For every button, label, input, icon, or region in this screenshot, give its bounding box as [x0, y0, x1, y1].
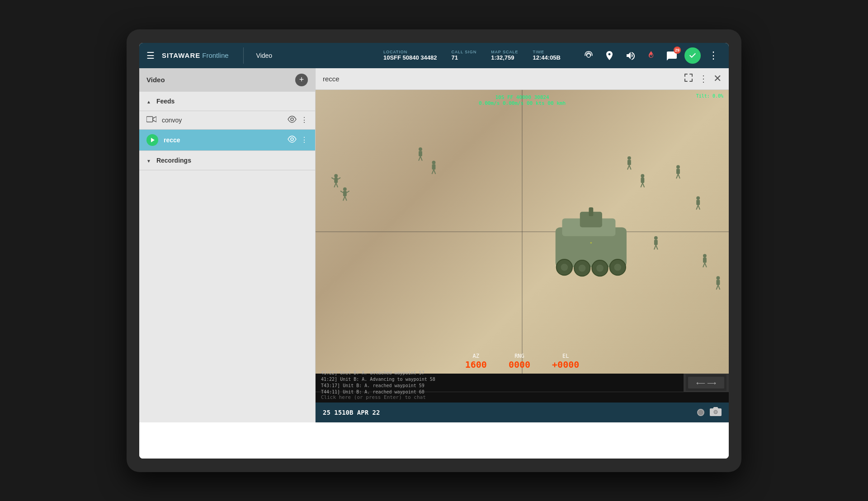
- expand-icon[interactable]: [684, 73, 693, 85]
- callsign-label: CALL SIGN: [452, 50, 477, 54]
- callsign-value: 71: [452, 54, 477, 61]
- soldier-11: [716, 276, 720, 289]
- divider: [243, 47, 244, 64]
- svg-line-14: [340, 191, 343, 192]
- svg-rect-49: [716, 280, 720, 285]
- svg-rect-53: [562, 218, 615, 236]
- record-indicator: [697, 409, 704, 416]
- svg-line-26: [627, 165, 629, 169]
- eye-icon-convoy[interactable]: [287, 116, 297, 125]
- svg-rect-41: [654, 239, 658, 245]
- svg-point-2: [291, 118, 293, 121]
- add-feed-button[interactable]: +: [295, 74, 308, 86]
- svg-rect-45: [703, 258, 707, 263]
- chat-badge: 29: [674, 47, 681, 54]
- convoy-feed-actions: ⋮: [287, 116, 308, 125]
- feed-item-recce[interactable]: recce ⋮: [139, 130, 315, 151]
- menu-icon[interactable]: ☰: [146, 50, 155, 61]
- video-panel: recce ⋮ ✕: [316, 68, 729, 422]
- more-icon-recce[interactable]: ⋮: [301, 136, 308, 144]
- svg-point-40: [654, 236, 658, 239]
- svg-point-44: [703, 254, 707, 258]
- more-icon-btn[interactable]: ⋮: [705, 47, 722, 64]
- more-icon-convoy[interactable]: ⋮: [301, 116, 308, 124]
- svg-point-58: [592, 260, 608, 276]
- soldier-8: [696, 196, 700, 209]
- hud-el-value: +0000: [552, 359, 579, 370]
- mapscale-value: 1:32,759: [491, 54, 518, 61]
- svg-rect-11: [343, 191, 347, 196]
- svg-rect-25: [627, 159, 631, 165]
- hud-az-rng-el: AZ 1600 RNG 0000 EL +0000: [465, 353, 580, 370]
- svg-point-32: [676, 165, 680, 169]
- radio-icon-btn[interactable]: [580, 47, 597, 64]
- snapshot-button[interactable]: [710, 406, 722, 418]
- brand-frontline: Frontline: [202, 52, 228, 59]
- feeds-section[interactable]: Feeds: [139, 92, 315, 111]
- location-label: LOCATION: [383, 50, 437, 54]
- log-line-2: 41:22] Unit B: A. Advancing to waypoint …: [321, 376, 435, 383]
- recce-feed-actions: ⋮: [287, 136, 308, 145]
- svg-point-56: [557, 259, 572, 275]
- svg-line-8: [331, 178, 334, 179]
- soldier-7: [676, 165, 680, 178]
- hud-rng-group: RNG 0000: [509, 353, 530, 370]
- callsign-info: CALL SIGN 71: [452, 50, 477, 61]
- svg-line-22: [432, 169, 434, 174]
- hud-az-group: AZ 1600: [465, 353, 487, 370]
- log-line-3: T43:17] Unit B: A. reached waypoint 59: [321, 383, 435, 389]
- svg-point-61: [579, 264, 586, 272]
- soldier-9: [654, 236, 658, 249]
- hud-top-right: Tilt: 0.0%: [696, 94, 723, 98]
- svg-point-4: [334, 174, 338, 178]
- crosshair-vertical: [522, 90, 523, 374]
- hud-top-center: 10S FF 40000 30824 0.00m/s 0.00m/s 00 kt…: [479, 94, 566, 106]
- svg-point-63: [614, 263, 621, 271]
- topbar-icons: 29 ⋮: [580, 47, 722, 64]
- video-controls: [697, 406, 722, 418]
- soldier-2: [340, 187, 349, 200]
- svg-line-38: [696, 205, 698, 210]
- recordings-section[interactable]: Recordings: [139, 151, 315, 170]
- video-bottom-bar: 25 1510B APR 22: [316, 403, 729, 422]
- log-minimap: ⟵ ⟶: [684, 374, 729, 392]
- soldier-5: [627, 156, 631, 169]
- fire-icon-btn[interactable]: [643, 47, 659, 64]
- soldier-10: [703, 254, 707, 267]
- brand-sitaware: SITAWARE: [162, 52, 200, 59]
- svg-rect-1: [146, 117, 153, 122]
- feed-name-convoy: convoy: [162, 117, 287, 124]
- svg-point-48: [716, 276, 720, 280]
- topbar-info: LOCATION 10SFF 50840 34482 CALL SIGN 71 …: [383, 50, 561, 61]
- feeds-label: Feeds: [156, 98, 175, 105]
- feeds-chevron-icon: [146, 97, 151, 105]
- check-icon-btn[interactable]: [684, 47, 701, 64]
- panel-more-icon[interactable]: ⋮: [699, 73, 708, 84]
- volume-icon-btn[interactable]: [622, 47, 638, 64]
- location-icon-btn[interactable]: [601, 47, 618, 64]
- svg-rect-54: [580, 211, 602, 227]
- chat-icon-btn[interactable]: 29: [664, 47, 680, 64]
- log-text: 41:22] Unit B: A. attached waypoint 57 4…: [321, 370, 435, 395]
- video-timestamp: 25 1510B APR 22: [323, 409, 380, 416]
- svg-line-34: [676, 174, 678, 178]
- svg-line-19: [420, 156, 422, 160]
- svg-rect-33: [676, 169, 680, 174]
- video-title: recce: [323, 75, 340, 83]
- feed-item-convoy[interactable]: convoy ⋮: [139, 111, 315, 130]
- soldier-1: [331, 174, 340, 187]
- sidebar-header: Video +: [139, 68, 315, 92]
- topbar: ☰ SITAWARE Frontline Video LOCATION 10SF…: [139, 43, 729, 68]
- close-icon[interactable]: ✕: [713, 73, 722, 84]
- svg-line-15: [347, 191, 349, 192]
- log-line-1: 41:22] Unit B: A. attached waypoint 57: [321, 370, 435, 376]
- svg-line-7: [336, 183, 338, 187]
- eye-icon-recce[interactable]: [287, 136, 297, 145]
- svg-text:⟵ ⟶: ⟵ ⟶: [696, 379, 716, 387]
- svg-rect-17: [419, 151, 422, 156]
- svg-line-30: [641, 183, 642, 187]
- soldier-4: [432, 160, 435, 173]
- svg-line-46: [703, 262, 705, 267]
- svg-point-20: [432, 160, 435, 164]
- mapscale-info: MAP SCALE 1:32,759: [491, 50, 518, 61]
